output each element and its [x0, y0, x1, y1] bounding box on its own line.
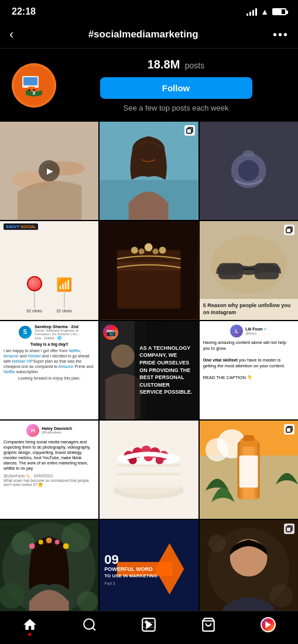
svg-point-80 [208, 535, 226, 552]
svg-point-69 [29, 543, 35, 549]
grid-post-7[interactable]: S Sandeep Sharma · 2nd Senior Software E… [0, 321, 98, 419]
multi-post-indicator [284, 225, 294, 235]
signal-icon [246, 8, 257, 16]
nav-home[interactable] [22, 617, 37, 632]
svg-point-17 [242, 150, 254, 157]
grid-post-12[interactable] [200, 421, 298, 519]
grid-post-4[interactable]: SAVVY SOCIAL 92 clicks 📶 22 clicks [0, 221, 98, 319]
follow-button[interactable]: Follow [100, 77, 252, 99]
svg-rect-13 [187, 129, 191, 133]
wifi-icon: ▲ [261, 7, 269, 16]
svg-point-6 [33, 89, 35, 91]
grid-post-3[interactable] [200, 122, 298, 220]
see-posts-text: See a few top posts each week [124, 104, 229, 112]
grid-post-8[interactable]: 📷 AS A TECHNOLOGY COMPANY, WE PRIDE OURS… [100, 321, 198, 419]
svg-rect-50 [117, 473, 180, 476]
posts-count: 18.8M posts [148, 58, 205, 71]
svg-point-24 [159, 247, 166, 254]
multi-portrait-indicator [284, 524, 294, 534]
svg-point-84 [84, 619, 94, 629]
grid-post-11[interactable] [100, 421, 198, 519]
grid-post-14[interactable]: 09 POWERFUL WORD TO USE IN MARKETING ➤ P… [100, 520, 198, 618]
svg-rect-19 [117, 268, 181, 309]
svg-rect-60 [239, 456, 258, 488]
svg-point-35 [111, 344, 135, 367]
svg-point-72 [55, 540, 60, 545]
svg-rect-3 [23, 77, 37, 85]
multi-product-indicator [284, 424, 294, 435]
status-icons: ▲ [246, 7, 286, 16]
grid-post-10[interactable]: H Haley Dasovich @haleydaso Companies hi… [0, 421, 98, 519]
svg-rect-29 [218, 263, 243, 280]
svg-point-23 [145, 243, 153, 252]
nav-profile[interactable] [261, 617, 276, 632]
header-title: #socialmediamarketing [88, 29, 198, 40]
main-content: 18.8M posts Follow See a few top posts e… [0, 49, 298, 644]
profile-section: 18.8M posts Follow See a few top posts e… [0, 49, 298, 122]
svg-rect-83 [286, 527, 291, 532]
grid-post-1[interactable]: ▶ [0, 122, 98, 220]
svg-rect-59 [243, 435, 254, 441]
nav-search[interactable] [82, 617, 97, 632]
svg-point-25 [139, 249, 145, 254]
svg-point-66 [0, 583, 25, 609]
posts-grid: ▶ [0, 122, 298, 619]
grid-post-6[interactable]: 5 Reason why people unfollow you on Inst… [200, 221, 298, 319]
nav-shop[interactable] [201, 617, 216, 632]
svg-rect-30 [254, 263, 279, 280]
instagram-logo: 📷 [103, 325, 118, 340]
svg-point-67 [77, 591, 98, 612]
grid-post-2[interactable] [100, 122, 198, 220]
multi-indicator [184, 125, 195, 136]
status-bar: 22:18 ▲ [0, 0, 298, 21]
grid-post-9[interactable]: L Lik Foon ✓ @licloc Having amazing cont… [200, 321, 298, 419]
svg-rect-32 [286, 228, 291, 233]
svg-rect-49 [117, 464, 180, 467]
profile-info: 18.8M posts Follow See a few top posts e… [66, 58, 286, 112]
home-dot [28, 633, 31, 636]
back-button[interactable]: ‹ [9, 27, 13, 42]
svg-rect-31 [242, 268, 254, 270]
header: ‹ #socialmediamarketing ••• [0, 21, 298, 49]
svg-point-5 [28, 89, 30, 91]
more-button[interactable]: ••• [273, 28, 289, 42]
bottom-nav [0, 611, 298, 644]
svg-point-22 [131, 247, 138, 254]
svg-point-70 [39, 540, 43, 545]
avatar [12, 63, 56, 108]
status-time: 22:18 [12, 6, 36, 17]
grid-post-15[interactable] [200, 520, 298, 618]
battery-icon [272, 8, 286, 15]
svg-rect-61 [286, 428, 291, 432]
svg-point-26 [153, 249, 159, 254]
svg-point-81 [269, 584, 293, 608]
svg-point-64 [12, 532, 35, 555]
svg-point-71 [46, 538, 52, 543]
svg-point-73 [63, 543, 69, 549]
grid-post-13[interactable] [0, 520, 98, 618]
svg-point-16 [238, 160, 259, 181]
play-icon: ▶ [39, 160, 60, 181]
nav-reels[interactable] [141, 617, 156, 632]
grid-post-5[interactable] [100, 221, 198, 319]
